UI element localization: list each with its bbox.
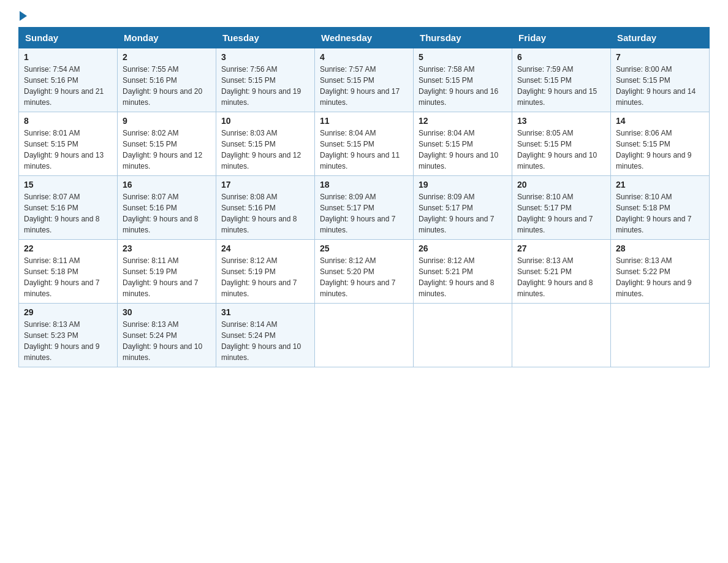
calendar-cell <box>315 304 414 367</box>
calendar-cell: 17 Sunrise: 8:08 AMSunset: 5:16 PMDaylig… <box>216 176 315 240</box>
day-number: 23 <box>123 243 211 253</box>
calendar-week-row: 1 Sunrise: 7:54 AMSunset: 5:16 PMDayligh… <box>19 48 710 112</box>
calendar-cell: 2 Sunrise: 7:55 AMSunset: 5:16 PMDayligh… <box>118 48 216 112</box>
day-number: 28 <box>616 243 704 253</box>
calendar-cell: 22 Sunrise: 8:11 AMSunset: 5:18 PMDaylig… <box>19 240 118 304</box>
day-info: Sunrise: 8:13 AMSunset: 5:24 PMDaylight:… <box>123 320 202 362</box>
calendar-header-row: SundayMondayTuesdayWednesdayThursdayFrid… <box>19 28 710 48</box>
column-header-friday: Friday <box>512 28 611 48</box>
day-info: Sunrise: 8:04 AMSunset: 5:15 PMDaylight:… <box>419 129 498 170</box>
day-info: Sunrise: 7:57 AMSunset: 5:15 PMDaylight:… <box>320 65 400 107</box>
calendar-cell: 18 Sunrise: 8:09 AMSunset: 5:17 PMDaylig… <box>315 176 414 240</box>
calendar-cell: 14 Sunrise: 8:06 AMSunset: 5:15 PMDaylig… <box>611 112 710 176</box>
day-number: 6 <box>517 52 605 62</box>
calendar-cell: 28 Sunrise: 8:13 AMSunset: 5:22 PMDaylig… <box>611 240 710 304</box>
calendar-cell: 25 Sunrise: 8:12 AMSunset: 5:20 PMDaylig… <box>315 240 414 304</box>
column-header-monday: Monday <box>118 28 216 48</box>
page-header <box>18 12 710 21</box>
day-number: 27 <box>517 243 605 253</box>
day-number: 29 <box>24 307 112 317</box>
calendar-cell <box>611 304 710 367</box>
day-number: 12 <box>419 116 507 126</box>
day-info: Sunrise: 8:00 AMSunset: 5:15 PMDaylight:… <box>616 65 696 107</box>
day-number: 9 <box>123 116 211 126</box>
calendar-cell: 10 Sunrise: 8:03 AMSunset: 5:15 PMDaylig… <box>216 112 315 176</box>
day-number: 13 <box>517 116 605 126</box>
calendar-cell: 20 Sunrise: 8:10 AMSunset: 5:17 PMDaylig… <box>512 176 611 240</box>
day-info: Sunrise: 8:11 AMSunset: 5:19 PMDaylight:… <box>123 256 198 298</box>
day-number: 5 <box>419 52 507 62</box>
calendar-table: SundayMondayTuesdayWednesdayThursdayFrid… <box>18 27 710 367</box>
calendar-cell: 31 Sunrise: 8:14 AMSunset: 5:24 PMDaylig… <box>216 304 315 367</box>
day-info: Sunrise: 8:12 AMSunset: 5:21 PMDaylight:… <box>419 256 494 298</box>
calendar-week-row: 8 Sunrise: 8:01 AMSunset: 5:15 PMDayligh… <box>19 112 710 176</box>
day-number: 2 <box>123 52 211 62</box>
calendar-cell: 13 Sunrise: 8:05 AMSunset: 5:15 PMDaylig… <box>512 112 611 176</box>
day-number: 11 <box>320 116 408 126</box>
day-info: Sunrise: 8:12 AMSunset: 5:19 PMDaylight:… <box>221 256 297 298</box>
day-info: Sunrise: 8:12 AMSunset: 5:20 PMDaylight:… <box>320 256 395 298</box>
day-info: Sunrise: 7:58 AMSunset: 5:15 PMDaylight:… <box>419 65 498 107</box>
day-number: 31 <box>221 307 309 317</box>
day-info: Sunrise: 8:13 AMSunset: 5:22 PMDaylight:… <box>616 256 691 298</box>
calendar-cell: 4 Sunrise: 7:57 AMSunset: 5:15 PMDayligh… <box>315 48 414 112</box>
day-info: Sunrise: 8:03 AMSunset: 5:15 PMDaylight:… <box>221 129 301 170</box>
day-info: Sunrise: 8:05 AMSunset: 5:15 PMDaylight:… <box>517 129 597 170</box>
day-info: Sunrise: 8:02 AMSunset: 5:15 PMDaylight:… <box>123 129 202 170</box>
day-number: 21 <box>616 180 704 190</box>
calendar-cell: 9 Sunrise: 8:02 AMSunset: 5:15 PMDayligh… <box>118 112 216 176</box>
calendar-cell: 11 Sunrise: 8:04 AMSunset: 5:15 PMDaylig… <box>315 112 414 176</box>
day-info: Sunrise: 8:06 AMSunset: 5:15 PMDaylight:… <box>616 129 691 170</box>
calendar-week-row: 29 Sunrise: 8:13 AMSunset: 5:23 PMDaylig… <box>19 304 710 367</box>
calendar-cell: 6 Sunrise: 7:59 AMSunset: 5:15 PMDayligh… <box>512 48 611 112</box>
calendar-cell: 19 Sunrise: 8:09 AMSunset: 5:17 PMDaylig… <box>414 176 512 240</box>
day-number: 25 <box>320 243 408 253</box>
day-number: 18 <box>320 180 408 190</box>
calendar-cell: 16 Sunrise: 8:07 AMSunset: 5:16 PMDaylig… <box>118 176 216 240</box>
day-number: 14 <box>616 116 704 126</box>
day-number: 16 <box>123 180 211 190</box>
calendar-cell <box>512 304 611 367</box>
day-info: Sunrise: 8:09 AMSunset: 5:17 PMDaylight:… <box>320 193 395 234</box>
day-info: Sunrise: 7:59 AMSunset: 5:15 PMDaylight:… <box>517 65 597 107</box>
day-info: Sunrise: 8:10 AMSunset: 5:18 PMDaylight:… <box>616 193 691 234</box>
calendar-cell: 15 Sunrise: 8:07 AMSunset: 5:16 PMDaylig… <box>19 176 118 240</box>
day-number: 7 <box>616 52 704 62</box>
day-number: 30 <box>123 307 211 317</box>
column-header-sunday: Sunday <box>19 28 118 48</box>
calendar-cell: 12 Sunrise: 8:04 AMSunset: 5:15 PMDaylig… <box>414 112 512 176</box>
day-info: Sunrise: 7:56 AMSunset: 5:15 PMDaylight:… <box>221 65 301 107</box>
day-number: 3 <box>221 52 309 62</box>
day-info: Sunrise: 8:10 AMSunset: 5:17 PMDaylight:… <box>517 193 593 234</box>
calendar-cell: 23 Sunrise: 8:11 AMSunset: 5:19 PMDaylig… <box>118 240 216 304</box>
calendar-week-row: 15 Sunrise: 8:07 AMSunset: 5:16 PMDaylig… <box>19 176 710 240</box>
day-number: 24 <box>221 243 309 253</box>
day-number: 17 <box>221 180 309 190</box>
calendar-cell: 24 Sunrise: 8:12 AMSunset: 5:19 PMDaylig… <box>216 240 315 304</box>
day-info: Sunrise: 8:09 AMSunset: 5:17 PMDaylight:… <box>419 193 494 234</box>
calendar-cell: 21 Sunrise: 8:10 AMSunset: 5:18 PMDaylig… <box>611 176 710 240</box>
day-info: Sunrise: 8:13 AMSunset: 5:21 PMDaylight:… <box>517 256 593 298</box>
calendar-cell: 8 Sunrise: 8:01 AMSunset: 5:15 PMDayligh… <box>19 112 118 176</box>
day-info: Sunrise: 8:07 AMSunset: 5:16 PMDaylight:… <box>123 193 198 234</box>
calendar-cell: 26 Sunrise: 8:12 AMSunset: 5:21 PMDaylig… <box>414 240 512 304</box>
day-info: Sunrise: 8:13 AMSunset: 5:23 PMDaylight:… <box>24 320 99 362</box>
day-number: 8 <box>24 116 112 126</box>
calendar-cell <box>414 304 512 367</box>
day-info: Sunrise: 7:55 AMSunset: 5:16 PMDaylight:… <box>123 65 202 107</box>
day-info: Sunrise: 8:01 AMSunset: 5:15 PMDaylight:… <box>24 129 104 170</box>
column-header-saturday: Saturday <box>611 28 710 48</box>
day-number: 1 <box>24 52 112 62</box>
logo <box>18 12 27 21</box>
calendar-week-row: 22 Sunrise: 8:11 AMSunset: 5:18 PMDaylig… <box>19 240 710 304</box>
day-info: Sunrise: 8:11 AMSunset: 5:18 PMDaylight:… <box>24 256 99 298</box>
day-number: 10 <box>221 116 309 126</box>
day-info: Sunrise: 8:08 AMSunset: 5:16 PMDaylight:… <box>221 193 297 234</box>
column-header-wednesday: Wednesday <box>315 28 414 48</box>
day-number: 22 <box>24 243 112 253</box>
day-number: 26 <box>419 243 507 253</box>
day-info: Sunrise: 8:07 AMSunset: 5:16 PMDaylight:… <box>24 193 99 234</box>
calendar-cell: 29 Sunrise: 8:13 AMSunset: 5:23 PMDaylig… <box>19 304 118 367</box>
calendar-cell: 27 Sunrise: 8:13 AMSunset: 5:21 PMDaylig… <box>512 240 611 304</box>
day-number: 15 <box>24 180 112 190</box>
